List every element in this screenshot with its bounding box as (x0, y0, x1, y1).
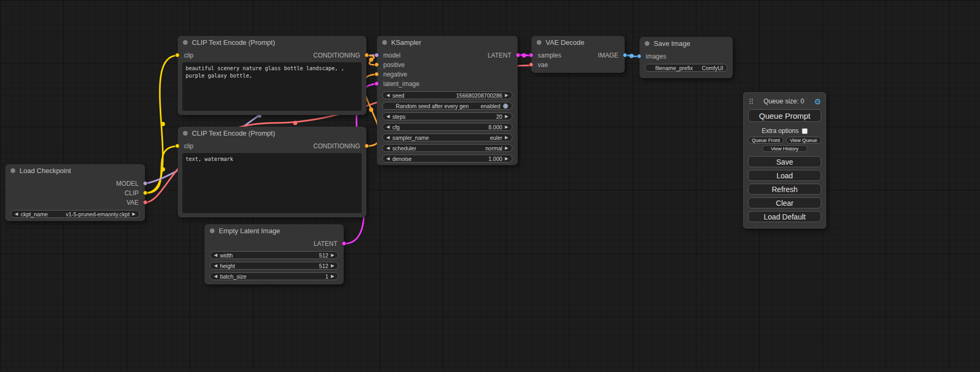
input-label: images (646, 53, 666, 60)
output-slot-clip[interactable] (143, 190, 148, 195)
height-widget[interactable]: ◀ height 512 ▶ (210, 262, 338, 270)
increment-arrow-icon[interactable]: ▶ (505, 125, 508, 129)
increment-arrow-icon[interactable]: ▶ (331, 274, 334, 279)
ckpt-name-widget[interactable]: ◀ ckpt_name v1-5-pruned-emaonly.ckpt ▶ (11, 210, 140, 218)
node-clip-text-encode-negative[interactable]: CLIP Text Encode (Prompt) clip CONDITION… (178, 127, 366, 217)
node-title-bar[interactable]: KSampler (377, 36, 518, 49)
node-title-bar[interactable]: Empty Latent Image (205, 224, 344, 237)
widget-value: 8.000 (489, 124, 502, 130)
input-slot-samples[interactable] (529, 53, 533, 58)
widget-label: steps (392, 113, 405, 120)
settings-gear-icon[interactable]: ⚙ (814, 98, 821, 106)
node-clip-text-encode-positive[interactable]: CLIP Text Encode (Prompt) clip CONDITION… (178, 36, 366, 115)
node-load-checkpoint[interactable]: Load Checkpoint MODEL CLIP VAE ◀ ckpt_na… (5, 164, 145, 221)
node-collapse-dot[interactable] (537, 40, 541, 45)
output-slot-model[interactable] (143, 181, 148, 186)
node-collapse-dot[interactable] (382, 40, 387, 45)
decrement-arrow-icon[interactable]: ◀ (214, 264, 217, 268)
node-collapse-dot[interactable] (645, 41, 649, 46)
scheduler-widget[interactable]: ◀ scheduler normal ▶ (382, 144, 512, 152)
denoise-widget[interactable]: ◀ denoise 1.000 ▶ (382, 155, 512, 163)
output-slot-conditioning[interactable] (364, 53, 369, 58)
queue-prompt-button[interactable]: Queue Prompt (748, 109, 821, 122)
widget-label: Random seed after every gen (386, 103, 478, 109)
increment-arrow-icon[interactable]: ▶ (505, 115, 508, 119)
input-slot-model[interactable] (374, 53, 379, 58)
prompt-textarea[interactable]: text, watermark (182, 153, 362, 213)
increment-arrow-icon[interactable]: ▶ (505, 157, 508, 161)
node-title: Save Image (654, 40, 690, 47)
random-seed-toggle[interactable] (503, 103, 508, 109)
sampler-name-widget[interactable]: ◀ sampler_name euler ▶ (382, 133, 512, 141)
increment-arrow-icon[interactable]: ▶ (505, 136, 508, 140)
input-label: positive (383, 61, 405, 69)
view-queue-button[interactable]: View Queue (786, 137, 822, 144)
node-title: VAE Decode (546, 39, 584, 46)
steps-widget[interactable]: ◀ steps 20 ▶ (382, 112, 512, 120)
decrement-arrow-icon[interactable]: ◀ (214, 274, 217, 279)
decrement-arrow-icon[interactable]: ◀ (386, 157, 390, 161)
node-title-bar[interactable]: Save Image (639, 37, 733, 50)
output-label: IMAGE (598, 52, 618, 59)
decrement-arrow-icon[interactable]: ◀ (386, 146, 390, 150)
queue-size-text: Queue size: (763, 98, 799, 105)
increment-arrow-icon[interactable]: ▶ (505, 146, 508, 150)
input-slot-clip[interactable] (175, 53, 180, 58)
node-empty-latent-image[interactable]: Empty Latent Image LATENT ◀ width 512 ▶ … (205, 224, 344, 284)
increment-arrow-icon[interactable]: ▶ (331, 253, 334, 257)
output-slot-latent[interactable] (516, 53, 520, 58)
input-slot-images[interactable] (637, 54, 642, 59)
input-slot-vae[interactable] (529, 62, 533, 67)
output-slot-image[interactable] (623, 53, 627, 58)
node-collapse-dot[interactable] (183, 131, 188, 136)
decrement-arrow-icon[interactable]: ◀ (386, 93, 390, 98)
node-title-bar[interactable]: CLIP Text Encode (Prompt) (178, 127, 366, 139)
filename-prefix-widget[interactable]: filename_prefix ComfyUI (645, 64, 727, 72)
prompt-textarea[interactable]: beautiful scenery nature glass bottle la… (182, 62, 362, 111)
output-label: LATENT (314, 240, 337, 247)
node-save-image[interactable]: Save Image images filename_prefix ComfyU… (639, 37, 733, 78)
extra-options-checkbox[interactable] (802, 128, 808, 134)
view-history-button[interactable]: View History (762, 145, 808, 152)
node-title-bar[interactable]: VAE Decode (531, 36, 625, 49)
save-button[interactable]: Save (748, 156, 821, 167)
node-ksampler[interactable]: KSampler model LATENT positive negative … (377, 36, 518, 165)
width-widget[interactable]: ◀ width 512 ▶ (210, 251, 338, 259)
node-title-bar[interactable]: Load Checkpoint (5, 164, 145, 177)
drag-handle-icon[interactable] (749, 98, 753, 104)
increment-arrow-icon[interactable]: ▶ (331, 264, 334, 268)
refresh-button[interactable]: Refresh (748, 184, 821, 195)
decrement-arrow-icon[interactable]: ◀ (386, 136, 390, 140)
load-button[interactable]: Load (748, 170, 821, 181)
output-slot-vae[interactable] (143, 200, 148, 205)
node-collapse-dot[interactable] (183, 40, 188, 45)
cfg-widget[interactable]: ◀ cfg 8.000 ▶ (382, 123, 512, 131)
decrement-arrow-icon[interactable]: ◀ (386, 125, 390, 129)
node-collapse-dot[interactable] (11, 168, 15, 173)
node-vae-decode[interactable]: VAE Decode samples IMAGE vae (531, 36, 625, 73)
load-default-button[interactable]: Load Default (748, 211, 821, 222)
output-slot-latent[interactable] (342, 241, 346, 246)
input-slot-negative[interactable] (374, 72, 379, 77)
seed-widget[interactable]: ◀ seed 156680208700286 ▶ (382, 91, 512, 99)
widget-label: batch_size (220, 273, 246, 280)
widget-value: enabled (481, 103, 500, 109)
node-title-bar[interactable]: CLIP Text Encode (Prompt) (178, 36, 366, 49)
random-seed-widget[interactable]: Random seed after every gen enabled (382, 102, 512, 110)
input-slot-positive[interactable] (374, 62, 379, 67)
batch-size-widget[interactable]: ◀ batch_size 1 ▶ (210, 272, 338, 280)
queue-size-label: Queue size: 0 (753, 98, 814, 105)
graph-canvas[interactable]: Load Checkpoint MODEL CLIP VAE ◀ ckpt_na… (0, 0, 980, 372)
increment-arrow-icon[interactable]: ▶ (505, 93, 508, 98)
input-slot-clip[interactable] (175, 144, 180, 148)
output-slot-conditioning[interactable] (364, 144, 369, 148)
clear-button[interactable]: Clear (748, 197, 821, 208)
decrement-arrow-icon[interactable]: ◀ (214, 253, 217, 257)
slot-row-vae: vae (531, 60, 625, 70)
queue-front-button[interactable]: Queue Front (748, 137, 784, 144)
decrement-arrow-icon[interactable]: ◀ (386, 115, 390, 119)
input-slot-latent-image[interactable] (374, 81, 379, 86)
decrement-arrow-icon[interactable]: ◀ (15, 212, 18, 216)
increment-arrow-icon[interactable]: ▶ (132, 212, 135, 216)
node-collapse-dot[interactable] (210, 228, 215, 233)
